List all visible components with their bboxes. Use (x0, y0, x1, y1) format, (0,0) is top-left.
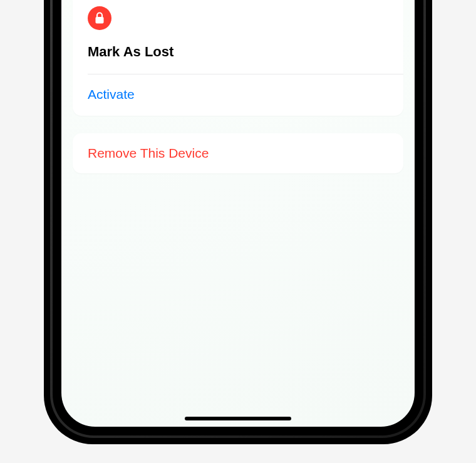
lost-section: Mark As Lost Activate (73, 0, 403, 116)
activate-button[interactable]: Activate (88, 87, 135, 101)
lock-icon (88, 6, 111, 30)
phone-screen: Notify When Detached On (61, 0, 415, 427)
mark-as-lost-card: Mark As Lost Activate (73, 0, 403, 116)
phone-bezel-outer: Notify When Detached On (50, 0, 426, 438)
remove-device-card[interactable]: Remove This Device (73, 133, 403, 173)
phone-frame: Notify When Detached On (44, 0, 432, 444)
phone-bezel-inner: Notify When Detached On (53, 0, 423, 435)
home-indicator[interactable] (185, 417, 291, 420)
activate-row[interactable]: Activate (88, 74, 388, 116)
mark-as-lost-title: Mark As Lost (88, 44, 388, 74)
svg-rect-0 (96, 17, 104, 24)
remove-device-button[interactable]: Remove This Device (88, 146, 209, 160)
